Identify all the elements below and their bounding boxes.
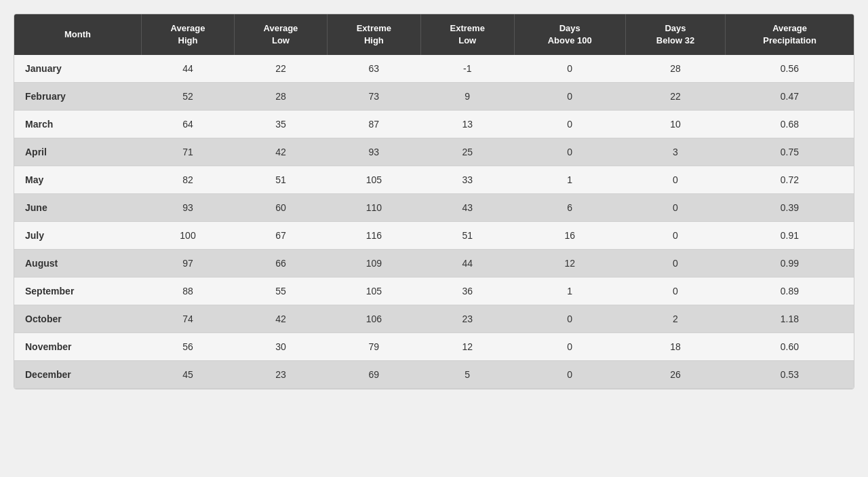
- climate-table: Month AverageHigh AverageLow ExtremeHigh…: [14, 14, 854, 389]
- table-row: January442263-10280.56: [14, 55, 854, 83]
- cell-days-above-100: 0: [514, 333, 625, 361]
- cell-extreme-low: -1: [420, 55, 514, 83]
- cell-avg-high: 93: [142, 194, 235, 222]
- cell-days-above-100: 0: [514, 138, 625, 166]
- cell-extreme-high: 116: [327, 222, 420, 250]
- cell-extreme-high: 73: [327, 83, 420, 111]
- cell-extreme-high: 105: [327, 166, 420, 194]
- cell-days-above-100: 12: [514, 250, 625, 278]
- table-row: May825110533100.72: [14, 166, 854, 194]
- cell-extreme-low: 43: [420, 194, 514, 222]
- table-row: September885510536100.89: [14, 278, 854, 305]
- cell-avg-high: 45: [142, 361, 235, 389]
- cell-days-below-32: 0: [625, 278, 725, 305]
- cell-avg-high: 74: [142, 305, 235, 333]
- cell-extreme-high: 109: [327, 250, 420, 278]
- cell-avg-high: 64: [142, 111, 235, 138]
- cell-extreme-high: 93: [327, 138, 420, 166]
- cell-extreme-high: 69: [327, 361, 420, 389]
- header-avg-high: AverageHigh: [142, 14, 235, 55]
- table-row: August9766109441200.99: [14, 250, 854, 278]
- cell-avg-precip: 0.47: [726, 83, 854, 111]
- table-row: April71429325030.75: [14, 138, 854, 166]
- cell-days-above-100: 0: [514, 55, 625, 83]
- cell-avg-high: 56: [142, 333, 235, 361]
- cell-extreme-low: 9: [420, 83, 514, 111]
- cell-days-below-32: 10: [625, 111, 725, 138]
- header-avg-low: AverageLow: [234, 14, 327, 55]
- cell-avg-low: 35: [234, 111, 327, 138]
- cell-month: May: [14, 166, 142, 194]
- cell-month: January: [14, 55, 142, 83]
- cell-month: December: [14, 361, 142, 389]
- cell-avg-precip: 0.56: [726, 55, 854, 83]
- cell-avg-low: 67: [234, 222, 327, 250]
- cell-avg-low: 60: [234, 194, 327, 222]
- cell-avg-low: 28: [234, 83, 327, 111]
- cell-month: August: [14, 250, 142, 278]
- climate-table-wrapper: Month AverageHigh AverageLow ExtremeHigh…: [14, 14, 854, 389]
- cell-avg-high: 88: [142, 278, 235, 305]
- header-avg-precip: AveragePrecipitation: [726, 14, 854, 55]
- cell-avg-precip: 0.91: [726, 222, 854, 250]
- cell-extreme-high: 106: [327, 305, 420, 333]
- cell-avg-precip: 0.89: [726, 278, 854, 305]
- cell-avg-low: 42: [234, 305, 327, 333]
- cell-extreme-low: 12: [420, 333, 514, 361]
- cell-avg-precip: 0.60: [726, 333, 854, 361]
- cell-avg-precip: 0.75: [726, 138, 854, 166]
- cell-extreme-low: 36: [420, 278, 514, 305]
- cell-extreme-low: 51: [420, 222, 514, 250]
- cell-extreme-low: 25: [420, 138, 514, 166]
- cell-days-below-32: 0: [625, 194, 725, 222]
- cell-avg-low: 51: [234, 166, 327, 194]
- table-row: December45236950260.53: [14, 361, 854, 389]
- cell-days-above-100: 6: [514, 194, 625, 222]
- cell-avg-precip: 0.99: [726, 250, 854, 278]
- cell-extreme-low: 33: [420, 166, 514, 194]
- cell-days-below-32: 0: [625, 222, 725, 250]
- cell-extreme-low: 13: [420, 111, 514, 138]
- cell-extreme-high: 63: [327, 55, 420, 83]
- cell-month: October: [14, 305, 142, 333]
- cell-avg-precip: 0.68: [726, 111, 854, 138]
- cell-days-above-100: 0: [514, 305, 625, 333]
- table-row: February52287390220.47: [14, 83, 854, 111]
- cell-avg-high: 71: [142, 138, 235, 166]
- cell-days-above-100: 1: [514, 166, 625, 194]
- cell-extreme-high: 110: [327, 194, 420, 222]
- cell-extreme-low: 44: [420, 250, 514, 278]
- cell-avg-high: 97: [142, 250, 235, 278]
- table-row: October744210623021.18: [14, 305, 854, 333]
- cell-month: March: [14, 111, 142, 138]
- header-row: Month AverageHigh AverageLow ExtremeHigh…: [14, 14, 854, 55]
- header-extreme-low: ExtremeLow: [420, 14, 514, 55]
- cell-month: July: [14, 222, 142, 250]
- cell-days-above-100: 0: [514, 111, 625, 138]
- cell-avg-precip: 0.39: [726, 194, 854, 222]
- cell-days-below-32: 0: [625, 250, 725, 278]
- header-days-above-100: DaysAbove 100: [514, 14, 625, 55]
- cell-avg-low: 30: [234, 333, 327, 361]
- cell-days-below-32: 22: [625, 83, 725, 111]
- cell-days-above-100: 1: [514, 278, 625, 305]
- cell-extreme-low: 5: [420, 361, 514, 389]
- cell-extreme-low: 23: [420, 305, 514, 333]
- cell-extreme-high: 105: [327, 278, 420, 305]
- table-body: January442263-10280.56February5228739022…: [14, 55, 854, 389]
- cell-days-below-32: 28: [625, 55, 725, 83]
- cell-month: September: [14, 278, 142, 305]
- cell-avg-precip: 0.53: [726, 361, 854, 389]
- cell-days-above-100: 16: [514, 222, 625, 250]
- cell-days-below-32: 2: [625, 305, 725, 333]
- header-extreme-high: ExtremeHigh: [327, 14, 420, 55]
- header-days-below-32: DaysBelow 32: [625, 14, 725, 55]
- cell-days-below-32: 0: [625, 166, 725, 194]
- cell-avg-high: 44: [142, 55, 235, 83]
- cell-avg-high: 100: [142, 222, 235, 250]
- cell-days-below-32: 26: [625, 361, 725, 389]
- cell-month: June: [14, 194, 142, 222]
- cell-month: February: [14, 83, 142, 111]
- cell-avg-low: 55: [234, 278, 327, 305]
- table-row: November563079120180.60: [14, 333, 854, 361]
